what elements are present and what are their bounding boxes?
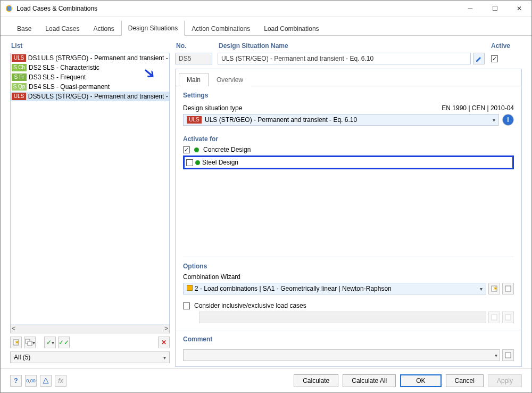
steel-design-checkbox[interactable] — [186, 159, 193, 166]
svg-rect-5 — [28, 341, 32, 346]
chevron-down-icon: ▾ — [493, 117, 495, 123]
calculate-all-button[interactable]: Calculate All — [343, 374, 396, 387]
svg-text:✶: ✶ — [14, 339, 20, 346]
list-item[interactable]: S Fr DS3 SLS - Frequent — [11, 72, 169, 82]
check-all-button[interactable]: ✓▾ — [44, 337, 56, 348]
calculate-button[interactable]: Calculate — [294, 374, 338, 387]
badge-uls: ULS — [12, 93, 26, 100]
tree-button[interactable] — [40, 375, 52, 387]
subtab-overview[interactable]: Overview — [209, 73, 251, 86]
horizontal-scrollbar[interactable]: <> — [10, 324, 170, 333]
new-button[interactable]: ✶ — [10, 337, 22, 348]
uncheck-all-button[interactable]: ✓✓ — [58, 337, 70, 348]
wizard-label: Combination Wizard — [183, 273, 514, 281]
delete-button[interactable]: ✕ — [158, 337, 170, 348]
chevron-down-icon: ▾ — [163, 355, 166, 361]
consider-cases-checkbox[interactable] — [183, 302, 190, 309]
fx-button[interactable]: fx — [55, 375, 66, 387]
badge-uls: ULS — [12, 54, 26, 62]
design-situation-list: ULS DS1 ULS (STR/GEO) - Permanent and tr… — [10, 53, 170, 324]
svg-rect-1 — [7, 6, 11, 11]
list-header: List — [10, 40, 170, 53]
svg-rect-9 — [492, 315, 497, 320]
consider-edit-button — [502, 312, 514, 323]
subtab-main[interactable]: Main — [179, 73, 209, 86]
active-label: Active — [490, 40, 522, 53]
options-title: Options — [183, 263, 514, 270]
list-item[interactable]: ULS DS1 ULS (STR/GEO) - Permanent and tr… — [11, 53, 169, 63]
svg-rect-11 — [505, 353, 511, 358]
wizard-edit-button[interactable] — [502, 283, 514, 294]
badge-sfr: S Fr — [12, 73, 27, 81]
chevron-down-icon: ▾ — [495, 353, 497, 358]
activate-title: Activate for — [183, 135, 514, 143]
title-bar: Load Cases & Combinations ─ ☐ ✕ — [1, 1, 531, 17]
badge-sch: S Ch — [12, 64, 27, 71]
tab-actions[interactable]: Actions — [86, 21, 121, 36]
dsname-field[interactable]: ULS (STR/GEO) - Permanent and transient … — [218, 53, 471, 64]
comment-title: Comment — [176, 331, 521, 343]
status-dot-icon — [195, 160, 200, 165]
maximize-button[interactable]: ☐ — [483, 1, 507, 17]
comment-library-button[interactable] — [502, 349, 514, 361]
status-dot-icon — [194, 148, 199, 152]
main-tabs: Base Load Cases Actions Design Situation… — [1, 20, 531, 36]
minimize-button[interactable]: ─ — [458, 1, 483, 17]
list-item[interactable]: S Ch DS2 SLS - Characteristic — [11, 63, 169, 72]
wizard-dropdown[interactable]: 2 - Load combinations | SA1 - Geometrica… — [183, 283, 486, 294]
chevron-down-icon: ▾ — [480, 286, 483, 292]
consider-new-button — [488, 312, 500, 323]
tab-base[interactable]: Base — [10, 21, 38, 36]
ok-button[interactable]: OK — [400, 374, 441, 387]
standard-label: EN 1990 | CEN | 2010-04 — [442, 104, 514, 112]
svg-rect-10 — [505, 315, 511, 320]
settings-title: Settings — [183, 92, 514, 99]
dsname-label: Design Situation Name — [218, 40, 485, 53]
tab-design-situations[interactable]: Design Situations — [121, 20, 185, 36]
concrete-design-checkbox[interactable]: ✓ — [183, 146, 190, 153]
no-field[interactable]: DS5 — [175, 53, 212, 64]
svg-text:✶: ✶ — [493, 285, 497, 292]
tab-action-combinations[interactable]: Action Combinations — [185, 21, 257, 36]
list-item[interactable]: S Qp DS4 SLS - Quasi-permanent — [11, 82, 169, 92]
no-label: No. — [175, 40, 212, 53]
steel-design-highlight: Steel Design — [183, 155, 514, 169]
copy-button[interactable]: ▾ — [24, 337, 36, 348]
window-title: Load Cases & Combinations — [16, 5, 458, 12]
design-type-dropdown[interactable]: ULS ULS (STR/GEO) - Permanent and transi… — [183, 114, 499, 126]
active-checkbox[interactable]: ✓ — [491, 55, 498, 62]
help-button[interactable]: ? — [10, 375, 22, 387]
list-item[interactable]: ULS DS5 ULS (STR/GEO) - Permanent and tr… — [11, 92, 169, 101]
cancel-button[interactable]: Cancel — [446, 374, 484, 387]
comment-field[interactable]: ▾ — [183, 349, 500, 361]
consider-cases-field — [199, 312, 486, 323]
apply-button: Apply — [488, 374, 522, 387]
wizard-new-button[interactable]: ✶ — [488, 283, 500, 294]
close-button[interactable]: ✕ — [507, 1, 531, 17]
info-button[interactable]: i — [502, 114, 514, 126]
badge-sqp: S Qp — [12, 83, 27, 91]
units-button[interactable]: 0,00 — [25, 375, 37, 387]
tab-load-cases[interactable]: Load Cases — [38, 21, 86, 36]
app-icon — [5, 4, 13, 13]
design-type-label: Design situation type — [183, 104, 242, 112]
pencil-icon — [475, 55, 483, 62]
edit-name-button[interactable] — [473, 53, 485, 64]
svg-rect-8 — [505, 286, 511, 291]
tab-load-combinations[interactable]: Load Combinations — [257, 21, 326, 36]
list-filter-dropdown[interactable]: All (5) ▾ — [10, 351, 170, 363]
